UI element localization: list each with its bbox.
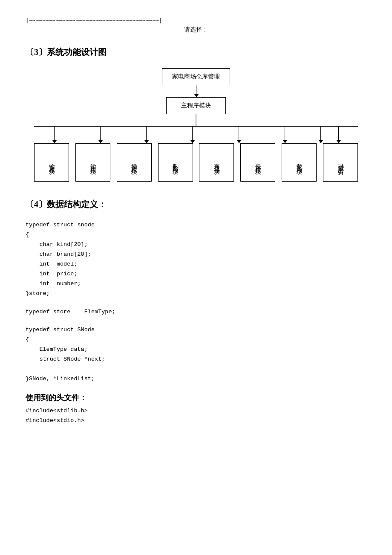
section4-title: 〔4〕数据结构定义： bbox=[26, 199, 366, 210]
leaf-box-3: 删除模块 bbox=[158, 143, 193, 182]
include-line-1: #include<stdlib.h> bbox=[26, 406, 366, 416]
include-line-2: #include<stdio.h> bbox=[26, 416, 366, 426]
mid-node-box: 主程序模块 bbox=[166, 97, 226, 114]
leaf-box-7: 进货出货 bbox=[323, 143, 358, 182]
leaf-box-1: 输出模块 bbox=[75, 143, 110, 182]
leaf-box-2: 插入模块 bbox=[117, 143, 152, 182]
please-select-text: 请选择： bbox=[26, 26, 366, 34]
flowchart: 家电商场仓库管理 主程序模块 输入模块 输出模块 插入模块 删除模块 查找模块 … bbox=[26, 68, 366, 182]
code-block-1: typedef struct snode { char kind[20]; ch… bbox=[26, 220, 366, 299]
leaf-box-5: 保存模块 bbox=[240, 143, 275, 182]
leaf-box-4: 查找模块 bbox=[199, 143, 234, 182]
leaf-boxes-row: 输入模块 输出模块 插入模块 删除模块 查找模块 保存模块 载入模块 进货出货 bbox=[34, 143, 358, 182]
code-block-2: typedef store ElemType; bbox=[26, 307, 366, 317]
code-block-3: typedef struct SNode { ElemType data; st… bbox=[26, 325, 366, 384]
leaf-box-6: 载入模块 bbox=[282, 143, 317, 182]
includes-title: 使用到的头文件： bbox=[26, 393, 366, 403]
leaf-box-0: 输入模块 bbox=[34, 143, 69, 182]
section4: 〔4〕数据结构定义： typedef struct snode { char k… bbox=[26, 199, 366, 426]
arrow-top-to-mid bbox=[196, 85, 196, 97]
section3-title: 〔3〕系统功能设计图 bbox=[26, 46, 366, 58]
separator-line: |~~~~~~~~~~~~~~~~~~~~~~~~~~~~~~~~~~~~~~~… bbox=[26, 17, 366, 23]
top-node-box: 家电商场仓库管理 bbox=[162, 68, 230, 85]
